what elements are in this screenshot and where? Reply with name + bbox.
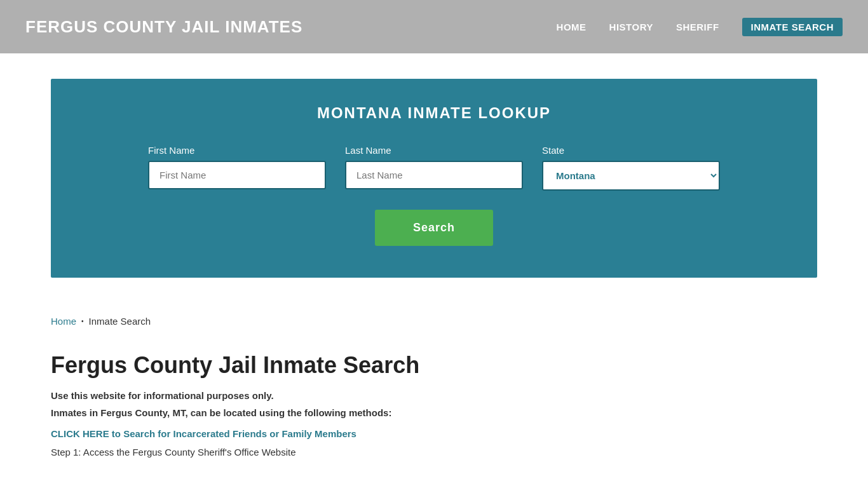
breadcrumb-current: Inmate Search [89, 316, 151, 327]
last-name-group: Last Name [345, 145, 523, 191]
search-form-row: First Name Last Name State Montana [89, 145, 779, 191]
site-header: FERGUS COUNTY JAIL INMATES HOME HISTORY … [0, 0, 868, 53]
breadcrumb: Home • Inmate Search [0, 303, 868, 339]
last-name-input[interactable] [345, 161, 523, 189]
lookup-title: MONTANA INMATE LOOKUP [89, 104, 779, 122]
step1-text: Step 1: Access the Fergus County Sheriff… [51, 447, 817, 458]
state-group: State Montana [542, 145, 720, 191]
nav-home[interactable]: HOME [557, 22, 587, 32]
breadcrumb-separator: • [81, 318, 84, 325]
click-here-link[interactable]: CLICK HERE to Search for Incarcerated Fr… [51, 428, 817, 439]
nav-inmate-search[interactable]: INMATE SEARCH [742, 18, 843, 36]
first-name-group: First Name [148, 145, 326, 191]
inmate-lookup-section: MONTANA INMATE LOOKUP First Name Last Na… [51, 79, 817, 278]
last-name-label: Last Name [345, 145, 523, 156]
breadcrumb-home-link[interactable]: Home [51, 316, 76, 327]
search-button-row: Search [89, 210, 779, 246]
main-content: Fergus County Jail Inmate Search Use thi… [0, 339, 868, 483]
info-line1: Use this website for informational purpo… [51, 390, 817, 401]
page-title: Fergus County Jail Inmate Search [51, 352, 817, 379]
nav-history[interactable]: HISTORY [609, 22, 653, 32]
first-name-input[interactable] [148, 161, 326, 189]
state-label: State [542, 145, 720, 156]
nav-sheriff[interactable]: SHERIFF [676, 22, 719, 32]
first-name-label: First Name [148, 145, 326, 156]
info-line2: Inmates in Fergus County, MT, can be loc… [51, 407, 817, 418]
main-nav: HOME HISTORY SHERIFF INMATE SEARCH [557, 18, 843, 36]
site-title: FERGUS COUNTY JAIL INMATES [25, 17, 302, 37]
state-select[interactable]: Montana [542, 161, 720, 191]
search-button[interactable]: Search [375, 210, 493, 246]
